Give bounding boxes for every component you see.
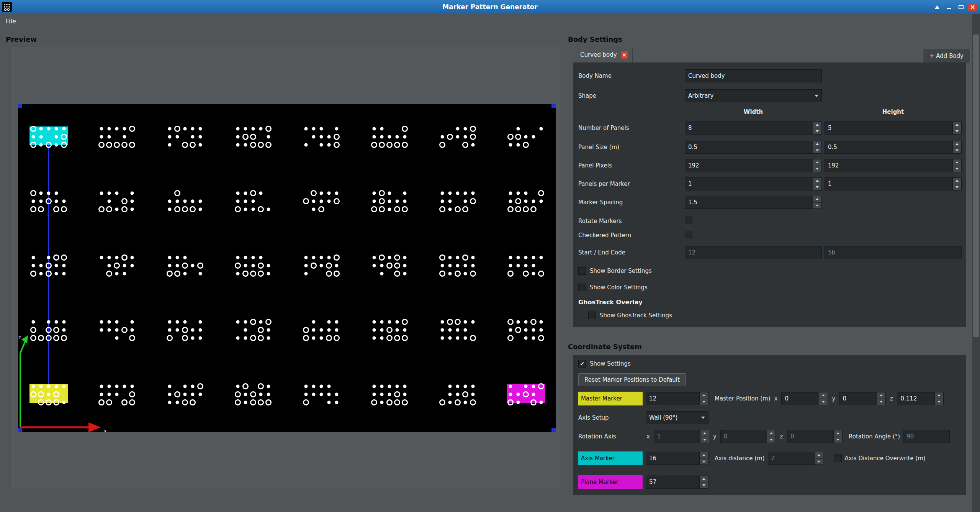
vertical-scrollbar[interactable]	[972, 14, 980, 512]
tab-curved-body[interactable]: Curved body ×	[575, 47, 633, 62]
body-name-input[interactable]: Curved body	[685, 69, 822, 82]
spin-down-icon[interactable]	[767, 437, 775, 443]
show-color-settings-checkbox[interactable]	[578, 284, 586, 291]
spin-down-icon[interactable]	[953, 166, 961, 172]
spin-up-icon[interactable]	[877, 392, 885, 399]
spin-down-icon[interactable]	[700, 459, 708, 465]
spin-down-icon[interactable]	[813, 184, 821, 190]
spin-buttons[interactable]	[814, 452, 823, 464]
spin-buttons[interactable]	[699, 392, 708, 405]
panel-pixels-width-spinbox[interactable]: 192	[685, 159, 822, 172]
spin-buttons[interactable]	[699, 452, 708, 464]
checkered-pattern-checkbox[interactable]	[685, 231, 692, 238]
preview-canvas[interactable]: zx	[18, 104, 556, 432]
spin-down-icon[interactable]	[813, 166, 821, 172]
show-settings-checkbox[interactable]	[578, 360, 586, 368]
spin-down-icon[interactable]	[953, 128, 961, 135]
panels-per-marker-width-spinbox[interactable]: 1	[685, 177, 822, 190]
spin-down-icon[interactable]	[834, 437, 842, 443]
add-body-button[interactable]: + Add Body	[922, 49, 971, 63]
rollup-button[interactable]	[933, 3, 942, 11]
spin-buttons[interactable]	[819, 392, 828, 405]
axis-distance-overwrite-checkbox[interactable]	[834, 455, 842, 462]
titlebar[interactable]: Marker Pattern Generator ×	[0, 0, 980, 14]
spin-down-icon[interactable]	[935, 399, 943, 405]
spin-up-icon[interactable]	[700, 476, 708, 482]
spin-buttons[interactable]	[813, 122, 821, 134]
spin-down-icon[interactable]	[953, 148, 961, 154]
show-border-settings-checkbox[interactable]	[578, 267, 586, 275]
panel-size-height-spinbox[interactable]: 0.5	[825, 141, 962, 154]
marker-spacing-spinbox[interactable]: 1.5	[685, 196, 822, 209]
spin-up-icon[interactable]	[813, 141, 821, 148]
panels-per-marker-height-spinbox[interactable]: 1	[825, 177, 962, 190]
rotation-axis-z-spinbox[interactable]: 0	[787, 430, 843, 443]
spin-buttons[interactable]	[813, 159, 821, 172]
rotation-axis-y-spinbox[interactable]: 0	[720, 430, 776, 443]
spin-buttons[interactable]	[952, 159, 961, 172]
spin-up-icon[interactable]	[813, 122, 821, 128]
spin-up-icon[interactable]	[700, 452, 708, 459]
spin-up-icon[interactable]	[767, 430, 775, 437]
spin-down-icon[interactable]	[877, 399, 885, 405]
axis-distance-spinbox[interactable]: 2	[768, 452, 823, 465]
spin-up-icon[interactable]	[813, 196, 821, 203]
plane-marker-spinbox[interactable]: 57	[646, 476, 708, 489]
spin-buttons[interactable]	[833, 430, 842, 443]
spin-buttons[interactable]	[813, 196, 821, 208]
spin-up-icon[interactable]	[813, 178, 821, 184]
spin-up-icon[interactable]	[953, 122, 961, 128]
start-code-input[interactable]: 12	[685, 246, 822, 259]
spin-up-icon[interactable]	[815, 452, 823, 459]
rotate-markers-checkbox[interactable]	[685, 217, 692, 224]
spin-down-icon[interactable]	[813, 128, 821, 135]
spin-down-icon[interactable]	[700, 482, 708, 489]
spin-up-icon[interactable]	[700, 392, 708, 399]
spin-up-icon[interactable]	[813, 159, 821, 166]
axis-marker-spinbox[interactable]: 16	[646, 452, 708, 465]
spin-buttons[interactable]	[700, 430, 709, 443]
spin-up-icon[interactable]	[935, 392, 943, 399]
menu-file[interactable]: File	[0, 14, 22, 28]
spin-up-icon[interactable]	[834, 430, 842, 437]
spin-up-icon[interactable]	[953, 159, 961, 166]
spin-up-icon[interactable]	[953, 178, 961, 184]
spin-buttons[interactable]	[952, 141, 961, 153]
master-position-x-spinbox[interactable]: 0	[781, 392, 828, 405]
spin-buttons[interactable]	[813, 141, 821, 153]
shape-dropdown[interactable]: Arbitrary	[685, 89, 822, 102]
spin-up-icon[interactable]	[700, 430, 709, 437]
master-position-z-spinbox[interactable]: 0.112	[897, 392, 944, 405]
spin-up-icon[interactable]	[819, 392, 828, 399]
spin-buttons[interactable]	[952, 178, 961, 190]
spin-buttons[interactable]	[934, 392, 943, 405]
spin-down-icon[interactable]	[813, 148, 821, 154]
reset-marker-positions-button[interactable]: Reset Marker Positions to Default	[578, 373, 686, 386]
panel-size-width-spinbox[interactable]: 0.5	[685, 141, 822, 154]
rotation-axis-x-spinbox[interactable]: 1	[654, 430, 709, 443]
rotation-angle-input[interactable]: 90	[903, 430, 950, 443]
scrollbar-thumb[interactable]	[973, 34, 979, 337]
master-position-y-spinbox[interactable]: 0	[839, 392, 886, 405]
axis-setup-dropdown[interactable]: Wall (90°)	[646, 411, 708, 424]
spin-buttons[interactable]	[699, 476, 708, 488]
spin-buttons[interactable]	[877, 392, 885, 405]
spin-down-icon[interactable]	[700, 399, 708, 405]
number-of-panels-height-spinbox[interactable]: 5	[825, 121, 962, 135]
spin-down-icon[interactable]	[953, 184, 961, 190]
show-ghostrack-settings-checkbox[interactable]	[588, 312, 596, 319]
tab-close-icon[interactable]: ×	[621, 51, 628, 59]
spin-down-icon[interactable]	[813, 203, 821, 209]
end-code-input[interactable]: 5b	[825, 246, 962, 259]
close-button[interactable]: ×	[968, 3, 977, 11]
spin-buttons[interactable]	[813, 178, 821, 190]
spin-up-icon[interactable]	[953, 141, 961, 148]
spin-down-icon[interactable]	[700, 437, 709, 443]
spin-down-icon[interactable]	[819, 399, 828, 405]
panel-pixels-height-spinbox[interactable]: 192	[825, 159, 962, 172]
master-marker-spinbox[interactable]: 12	[646, 392, 708, 405]
minimize-button[interactable]	[944, 3, 954, 11]
number-of-panels-width-spinbox[interactable]: 8	[685, 121, 822, 135]
maximize-button[interactable]	[956, 3, 965, 11]
spin-buttons[interactable]	[952, 122, 961, 134]
